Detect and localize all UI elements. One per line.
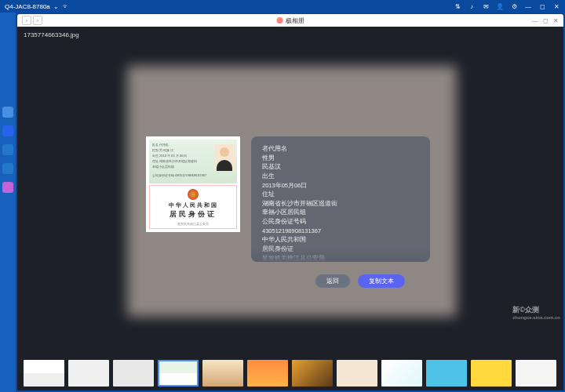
ocr-line: 住址 [262,190,419,199]
ocr-line: 公民身份证号码 [262,217,419,227]
ocr-line: 中华人民共和国 [262,235,419,245]
close-icon[interactable]: ✕ [552,2,560,10]
thumbnail[interactable] [247,360,288,387]
ocr-line: 出生 [262,172,419,181]
ocr-line: 性男 [262,154,419,163]
dock-app-5[interactable] [2,182,13,193]
id-card-preview: 姓名 代用名 性别 男 民族 汉 出生 2013 年 05 月 06 日 住址 … [146,136,240,232]
ocr-line: 民基汉 [262,162,419,172]
mail-icon[interactable]: ✉ [482,2,490,10]
copy-text-button[interactable]: 复制文本 [358,274,405,288]
ocr-line: 2013年05月06日 [262,181,419,191]
thumbnail[interactable] [68,360,109,387]
host-dropdown-icon[interactable]: ⌄ [53,3,59,10]
ocr-line: 者代用名 [262,144,419,154]
thumbnail[interactable] [202,360,243,387]
dock-app-4[interactable] [2,163,13,174]
minimize-icon[interactable]: — [524,2,532,10]
watermark: 新©众测 zhongce.sina.com.cn [512,305,560,320]
nav-forward-button[interactable]: › [33,16,42,25]
maximize-icon[interactable]: ◻ [538,2,546,10]
id-back-issuer: 签发机关 桃江县公安局 [177,223,210,226]
transfer-icon[interactable]: ⇅ [454,2,461,10]
id-photo [214,144,235,171]
app-logo-icon [277,17,283,24]
id-number-line: 公民身份证号码 430512198908131367 [152,173,234,177]
id-back-title2: 居民身份证 [170,209,217,220]
modal-buttons: 返回 复制文本 [315,274,405,288]
os-taskbar: Q4-JAC8-8780a ⌄ ᯤ ⇅ ♪ ✉ 👤 ⚙ — ◻ ✕ [0,0,565,13]
id-back-title1: 中华人民共和国 [169,201,218,209]
ocr-line: 幸福小区居民组 [262,208,419,217]
host-label[interactable]: Q4-JAC8-8780a [5,3,50,10]
ocr-line: 430512198908131367 [262,227,419,236]
watermark-sub: zhongce.sina.com.cn [512,315,560,320]
app-window: ‹ › 极相册 — ◻ ✕ 1735774663346.jpg 姓名 代用名 性… [17,14,563,390]
thumbnail-selected[interactable] [158,360,199,387]
image-viewer: 1735774663346.jpg 姓名 代用名 性别 男 民族 汉 出生 20… [17,27,563,356]
window-close-icon[interactable]: ✕ [553,17,559,24]
user-icon[interactable]: 👤 [496,2,504,10]
id-card-front: 姓名 代用名 性别 男 民族 汉 出生 2013 年 05 月 06 日 住址 … [149,140,237,183]
thumbnail[interactable] [292,360,333,387]
gear-icon[interactable]: ⚙ [510,2,518,10]
nav-back-button[interactable]: ‹ [22,16,31,25]
national-emblem-icon [188,189,199,200]
app-title: 极相册 [286,16,304,25]
panel-fade-mask [251,248,430,262]
thumbnail[interactable] [426,360,467,387]
thumbnail[interactable] [113,360,154,387]
thumbnail[interactable] [24,360,64,387]
watermark-main: 新©众测 [512,306,539,314]
thumbnail[interactable] [337,360,377,387]
wifi-icon: ᯤ [62,2,70,10]
window-maximize-icon[interactable]: ◻ [543,17,549,24]
dock-app-1[interactable] [2,107,13,118]
ocr-line: 湖南省长沙市开福区巡道街 [262,199,419,209]
thumbnail-strip[interactable] [17,356,563,390]
bell-icon[interactable]: ♪ [468,2,476,10]
dock-app-2[interactable] [2,125,13,136]
window-minimize-icon[interactable]: — [532,17,538,24]
ocr-modal: 姓名 代用名 性别 男 民族 汉 出生 2013 年 05 月 06 日 住址 … [146,136,430,262]
thumbnail[interactable] [516,360,556,387]
titlebar: ‹ › 极相册 — ◻ ✕ [17,14,563,27]
ocr-text-panel[interactable]: 者代用名 性男 民基汉 出生 2013年05月06日 住址 湖南省长沙市开福区巡… [251,136,430,262]
thumbnail[interactable] [381,360,422,387]
dock-sidebar [0,13,16,392]
dock-app-3[interactable] [2,144,13,155]
back-button[interactable]: 返回 [315,274,350,288]
thumbnail[interactable] [471,360,512,387]
id-card-back: 中华人民共和国 居民身份证 签发机关 桃江县公安局 [149,185,237,229]
filename-label: 1735774663346.jpg [24,31,79,38]
